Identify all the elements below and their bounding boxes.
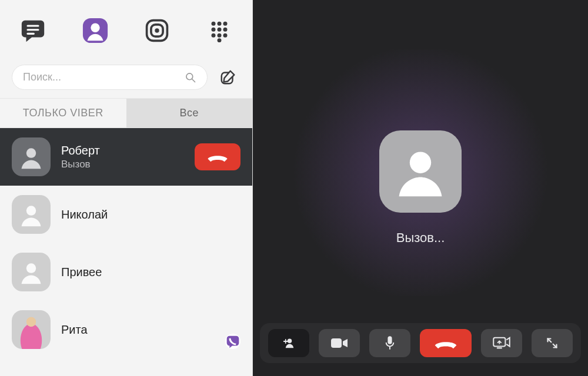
svg-point-14	[212, 33, 216, 38]
svg-point-7	[155, 28, 159, 32]
svg-point-8	[212, 22, 216, 26]
avatar	[12, 137, 51, 176]
search-input[interactable]	[23, 71, 185, 83]
svg-point-4	[91, 24, 99, 32]
svg-point-21	[26, 148, 36, 158]
svg-rect-27	[331, 338, 342, 348]
avatar-placeholder-icon	[18, 202, 44, 227]
contact-name: Николай	[61, 208, 240, 221]
discover-tab[interactable]	[141, 13, 174, 48]
person-icon	[82, 17, 109, 44]
contact-row[interactable]: Николай	[0, 186, 252, 243]
dialpad-tab[interactable]	[203, 13, 236, 48]
svg-point-17	[218, 38, 222, 42]
fullscreen-button[interactable]	[532, 329, 573, 357]
contact-name: Роберт	[61, 144, 184, 157]
contact-meta: Николай	[61, 208, 240, 221]
call-toolbar	[260, 323, 581, 363]
video-button[interactable]	[319, 329, 360, 357]
svg-rect-2	[26, 33, 34, 35]
avatar	[12, 195, 51, 234]
search-icon	[185, 72, 196, 83]
contact-meta: Роберт Вызов	[61, 144, 184, 170]
hangup-icon	[433, 337, 459, 350]
svg-point-23	[26, 263, 36, 273]
add-person-icon	[280, 336, 298, 350]
avatar	[12, 253, 51, 291]
contact-list: Роберт Вызов Николай	[0, 128, 252, 376]
compose-icon	[219, 69, 237, 86]
chats-tab[interactable]	[16, 13, 49, 48]
svg-rect-0	[26, 25, 39, 26]
dialpad-icon	[208, 19, 231, 42]
svg-rect-1	[26, 29, 39, 31]
call-panel: Вызов...	[253, 0, 588, 376]
contact-row[interactable]: Рита	[0, 301, 252, 358]
screenshare-button[interactable]	[481, 329, 522, 357]
contact-name: Рита	[61, 323, 240, 337]
screenshare-icon	[492, 337, 511, 350]
filter-tabs: ТОЛЬКО VIBER Все	[0, 98, 252, 128]
svg-point-22	[26, 206, 36, 216]
contact-meta: Рита	[61, 323, 240, 337]
discover-icon	[144, 18, 170, 43]
video-icon	[330, 337, 349, 349]
svg-point-25	[410, 152, 431, 173]
sidebar: ТОЛЬКО VIBER Все Роберт Вызов	[0, 0, 253, 376]
call-avatar	[379, 130, 462, 213]
contact-status: Вызов	[61, 159, 184, 170]
viber-badge-icon	[224, 333, 242, 350]
app-root: ТОЛЬКО VIBER Все Роберт Вызов	[0, 0, 588, 376]
svg-rect-31	[497, 347, 502, 348]
contacts-tab[interactable]	[79, 13, 112, 48]
compose-button[interactable]	[216, 65, 240, 90]
end-call-button[interactable]	[420, 329, 472, 357]
hangup-button-mini[interactable]	[195, 143, 240, 170]
svg-point-9	[218, 22, 222, 26]
filter-viber-only[interactable]: ТОЛЬКО VIBER	[0, 99, 126, 127]
search-row	[0, 59, 252, 98]
avatar	[12, 310, 51, 349]
svg-point-12	[218, 28, 222, 32]
filter-all[interactable]: Все	[126, 99, 253, 127]
search-field[interactable]	[12, 65, 208, 90]
svg-line-19	[192, 79, 195, 82]
svg-point-11	[212, 28, 216, 32]
avatar-placeholder-icon	[18, 259, 44, 285]
expand-icon	[546, 337, 558, 349]
svg-rect-28	[387, 336, 392, 344]
contact-row[interactable]: Привее	[0, 243, 252, 301]
contact-name: Привее	[61, 266, 240, 279]
add-participant-button[interactable]	[268, 329, 309, 357]
svg-point-15	[218, 33, 222, 38]
chat-bubble-icon	[19, 17, 46, 44]
avatar-placeholder-icon	[393, 145, 447, 199]
svg-point-13	[223, 28, 228, 32]
top-nav	[0, 0, 252, 59]
call-status-text: Вызов...	[396, 230, 445, 246]
mic-icon	[385, 335, 395, 351]
avatar-placeholder-icon	[18, 144, 44, 170]
hangup-icon	[206, 150, 229, 163]
svg-point-16	[223, 33, 228, 38]
contact-row-active[interactable]: Роберт Вызов	[0, 128, 252, 186]
contact-meta: Привее	[61, 266, 240, 279]
mic-button[interactable]	[369, 329, 410, 357]
svg-point-26	[288, 339, 292, 344]
svg-point-10	[223, 22, 228, 26]
